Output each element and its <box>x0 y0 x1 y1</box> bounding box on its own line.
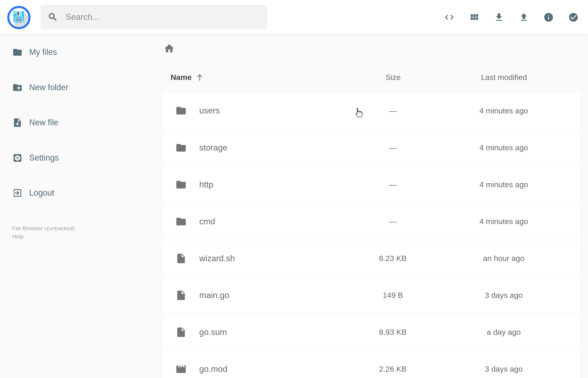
sidebar-item-new-folder[interactable]: New folder <box>0 70 144 105</box>
file-size: — <box>359 217 427 226</box>
select-multiple-button[interactable] <box>568 12 579 23</box>
header: Search... <box>0 0 588 35</box>
file-row[interactable]: storage — 4 minutes ago <box>163 129 580 166</box>
file-icon <box>175 290 187 301</box>
file-modified: 4 minutes ago <box>427 180 580 189</box>
file-modified: 4 minutes ago <box>427 143 580 152</box>
movie-icon <box>175 364 187 375</box>
logout-icon <box>12 188 23 198</box>
app-logo[interactable] <box>7 6 31 29</box>
file-modified: 4 minutes ago <box>427 217 580 226</box>
file-name: storage <box>199 143 227 153</box>
help-link[interactable]: Help <box>12 232 24 241</box>
folder-plus-icon <box>12 82 23 93</box>
search-placeholder: Search... <box>66 12 99 22</box>
folder-icon <box>175 179 187 190</box>
file-name: go.sum <box>199 327 227 337</box>
sidebar: My files New folder New file Settings Lo… <box>0 35 144 210</box>
file-row[interactable]: wizard.sh 6.23 KB an hour ago <box>163 240 580 277</box>
file-row[interactable]: http — 4 minutes ago <box>163 166 580 203</box>
file-name-cell: users <box>163 105 359 116</box>
file-size: — <box>359 180 427 189</box>
listing-header: Name Size Last modified <box>162 63 581 92</box>
search-icon <box>48 12 58 22</box>
sidebar-item-label: My files <box>29 47 57 57</box>
file-size: 149 B <box>359 291 427 300</box>
file-size: — <box>359 143 427 152</box>
sidebar-footer: File Browser v(untracked) Help <box>12 224 74 241</box>
upload-icon <box>519 12 529 23</box>
check-circle-icon <box>568 12 579 23</box>
search-bar[interactable]: Search... <box>40 5 267 29</box>
header-actions <box>444 0 579 35</box>
file-name: cmd <box>199 217 215 226</box>
file-row[interactable]: go.mod 2.26 KB 3 days ago <box>163 351 580 378</box>
sidebar-item-my-files[interactable]: My files <box>0 35 144 70</box>
file-row[interactable]: main.go 149 B 3 days ago <box>163 277 580 313</box>
grid-view-icon <box>469 12 479 23</box>
file-icon <box>175 253 187 264</box>
file-name-cell: go.sum <box>163 326 359 338</box>
file-row[interactable]: cmd — 4 minutes ago <box>163 203 580 240</box>
sidebar-item-label: New file <box>29 118 58 127</box>
info-icon <box>543 12 554 23</box>
sidebar-item-settings[interactable]: Settings <box>0 140 144 175</box>
sidebar-item-label: New folder <box>29 83 68 92</box>
folder-icon <box>12 47 23 57</box>
file-name-cell: wizard.sh <box>163 253 359 264</box>
file-icon <box>175 326 187 338</box>
shell-toggle-button[interactable] <box>444 12 454 23</box>
file-name-cell: cmd <box>163 216 359 227</box>
floppy-disk-icon <box>7 6 31 29</box>
file-modified: 4 minutes ago <box>427 106 580 115</box>
file-size: — <box>359 106 427 115</box>
folder-icon <box>175 105 187 116</box>
file-name: main.go <box>199 291 229 300</box>
sidebar-item-label: Logout <box>29 188 54 198</box>
column-header-size[interactable]: Size <box>359 73 427 82</box>
home-icon <box>163 43 175 54</box>
file-modified: 3 days ago <box>427 291 580 300</box>
file-size: 8.93 KB <box>359 328 427 337</box>
file-modified: an hour ago <box>427 254 580 263</box>
file-size: 2.26 KB <box>359 364 427 373</box>
breadcrumb-home-button[interactable] <box>163 42 175 55</box>
column-header-name[interactable]: Name <box>162 73 359 82</box>
column-header-modified[interactable]: Last modified <box>427 73 581 82</box>
file-name: users <box>199 106 220 115</box>
sidebar-item-label: Settings <box>29 153 59 162</box>
code-icon <box>444 12 454 23</box>
file-modified: a day ago <box>427 328 580 337</box>
folder-icon <box>175 142 187 153</box>
sidebar-item-new-file[interactable]: New file <box>0 105 144 140</box>
app-version: File Browser v(untracked) <box>12 224 74 232</box>
file-name-cell: http <box>163 179 359 190</box>
file-listing: users — 4 minutes ago storage — 4 minute… <box>162 92 581 378</box>
folder-icon <box>175 216 187 227</box>
file-modified: 3 days ago <box>427 364 580 373</box>
arrow-up-icon <box>195 73 204 82</box>
file-size: 6.23 KB <box>359 254 427 263</box>
file-name-cell: go.mod <box>163 364 359 375</box>
file-name-cell: main.go <box>163 290 359 301</box>
file-row[interactable]: users — 4 minutes ago <box>163 92 580 129</box>
file-plus-icon <box>12 118 23 128</box>
info-button[interactable] <box>543 12 554 23</box>
gear-icon <box>12 153 23 163</box>
upload-button[interactable] <box>519 12 529 23</box>
switch-view-button[interactable] <box>469 12 479 23</box>
download-button[interactable] <box>494 12 504 23</box>
file-name-cell: storage <box>163 142 359 153</box>
download-icon <box>494 12 504 23</box>
sidebar-item-logout[interactable]: Logout <box>0 175 144 210</box>
file-name: go.mod <box>199 364 227 374</box>
file-row[interactable]: go.sum 8.93 KB a day ago <box>163 313 580 351</box>
breadcrumb <box>162 35 581 62</box>
main-content: Name Size Last modified users — <box>162 35 581 378</box>
file-name: wizard.sh <box>199 254 235 263</box>
file-name: http <box>199 180 214 189</box>
